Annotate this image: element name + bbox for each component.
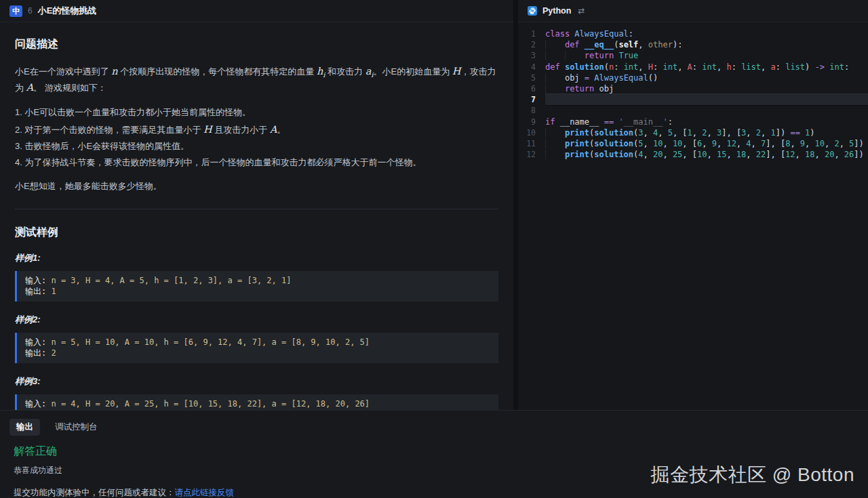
samples-list: 样例1:输入: n = 3, H = 4, A = 5, h = [1, 2, … bbox=[15, 252, 498, 410]
math-variable: hi bbox=[317, 66, 326, 77]
line-number: 4 bbox=[518, 62, 545, 72]
section-title-problem: 问题描述 bbox=[15, 37, 498, 51]
python-icon bbox=[528, 6, 537, 16]
problem-rules: 1. 小E可以击败一个血量和攻击力都小于她当前属性的怪物。2. 对于第一个击败的… bbox=[15, 106, 498, 169]
problem-panel: 中 6 小E的怪物挑战 问题描述 小E在一个游戏中遇到了 n 个按顺序出现的怪物… bbox=[0, 0, 513, 410]
feedback-link[interactable]: 请点此链接反馈 bbox=[175, 488, 235, 497]
line-number: 11 bbox=[518, 139, 545, 148]
problem-number: 6 bbox=[28, 6, 33, 16]
line-number: 6 bbox=[518, 84, 545, 94]
difficulty-badge: 中 bbox=[9, 5, 22, 17]
tab-output[interactable]: 输出 bbox=[9, 419, 40, 436]
problem-question: 小E想知道，她最多能击败多少怪物。 bbox=[15, 180, 498, 193]
code-line-1[interactable]: 1class AlwaysEqual: bbox=[518, 28, 868, 39]
sample-block-2: 输入: n = 5, H = 10, A = 10, h = [6, 9, 12… bbox=[15, 333, 498, 363]
code-line-7[interactable]: 7 bbox=[518, 94, 868, 105]
problem-description-pane[interactable]: 问题描述 小E在一个游戏中遇到了 n 个按顺序出现的怪物，每个怪物都有其特定的血… bbox=[0, 22, 513, 410]
problem-panel-header: 中 6 小E的怪物挑战 bbox=[0, 0, 513, 22]
sample-input-value: n = 4, H = 20, A = 25, h = [10, 15, 18, … bbox=[51, 399, 370, 409]
sample-input-line: 输入: n = 5, H = 10, A = 10, h = [6, 9, 12… bbox=[25, 337, 490, 348]
feedback-text: 提交功能内测体验中，任何问题或者建议： bbox=[14, 488, 175, 497]
sample-input-line: 输入: n = 4, H = 20, A = 25, h = [10, 15, … bbox=[25, 398, 490, 410]
line-number: 3 bbox=[518, 51, 545, 60]
rule-item-1: 1. 小E可以击败一个血量和攻击力都小于她当前属性的怪物。 bbox=[15, 106, 498, 119]
sample-output-line: 输出: 2 bbox=[25, 348, 490, 359]
sample-label-1: 样例1: bbox=[15, 252, 498, 264]
code-line-4[interactable]: 4def solution(n: int, H: int, A: int, h:… bbox=[518, 62, 868, 72]
sample-output-value: 2 bbox=[51, 348, 56, 358]
rule-item-3: 3. 击败怪物后，小E会获得该怪物的属性值。 bbox=[15, 140, 498, 153]
watermark: 掘金技术社区 @ Botton bbox=[651, 462, 854, 488]
code-text: return obj bbox=[545, 83, 868, 94]
sample-output-value: 1 bbox=[51, 287, 56, 296]
line-number: 5 bbox=[518, 73, 545, 83]
code-line-2[interactable]: 2 def __eq__(self, other): bbox=[518, 39, 868, 50]
code-text: print(solution(4, 20, 25, [10, 15, 18, 2… bbox=[545, 149, 868, 160]
code-text: def solution(n: int, H: int, A: int, h: … bbox=[545, 62, 868, 72]
coding-challenge-app: 中 6 小E的怪物挑战 问题描述 小E在一个游戏中遇到了 n 个按顺序出现的怪物… bbox=[0, 0, 868, 498]
code-text: return True bbox=[545, 50, 868, 61]
tab-debug-console[interactable]: 调试控制台 bbox=[48, 419, 104, 436]
sample-block-1: 输入: n = 3, H = 4, A = 5, h = [1, 2, 3], … bbox=[15, 271, 498, 302]
line-number: 12 bbox=[518, 150, 545, 159]
sample-label-3: 样例3: bbox=[15, 375, 498, 388]
sample-input-line: 输入: n = 3, H = 4, A = 5, h = [1, 2, 3], … bbox=[25, 275, 490, 287]
code-editor[interactable]: 1class AlwaysEqual:2 def __eq__(self, ot… bbox=[518, 22, 868, 410]
code-line-9[interactable]: 9if __name__ == '__main__': bbox=[518, 117, 868, 127]
code-line-3[interactable]: 3 return True bbox=[518, 50, 868, 61]
code-text: obj = AlwaysEqual() bbox=[545, 72, 868, 83]
sample-input-value: n = 3, H = 4, A = 5, h = [1, 2, 3], a = … bbox=[51, 276, 291, 285]
line-number: 10 bbox=[518, 128, 545, 138]
sample-input-value: n = 5, H = 10, A = 10, h = [6, 9, 12, 4,… bbox=[51, 337, 370, 347]
code-text: if __name__ == '__main__': bbox=[545, 117, 868, 127]
code-line-11[interactable]: 11 print(solution(5, 10, 10, [6, 9, 12, … bbox=[518, 138, 868, 149]
code-text bbox=[545, 105, 868, 116]
math-variable: A bbox=[26, 82, 33, 93]
sample-block-3: 输入: n = 4, H = 20, A = 25, h = [10, 15, … bbox=[15, 394, 498, 410]
line-number: 2 bbox=[518, 40, 545, 49]
sample-output-label: 输出: bbox=[25, 287, 51, 296]
section-title-samples: 测试样例 bbox=[15, 226, 498, 240]
line-number: 7 bbox=[518, 95, 545, 104]
sample-input-label: 输入: bbox=[25, 276, 51, 285]
code-text: print(solution(3, 4, 5, [1, 2, 3], [3, 2… bbox=[545, 127, 868, 138]
output-panel: 输出调试控制台 解答正确 恭喜成功通过 提交功能内测体验中，任何问题或者建议：请… bbox=[0, 410, 868, 497]
main-split-area: 中 6 小E的怪物挑战 问题描述 小E在一个游戏中遇到了 n 个按顺序出现的怪物… bbox=[0, 0, 868, 410]
sample-output-line: 输出: 1 bbox=[25, 286, 490, 297]
math-variable: H bbox=[203, 124, 212, 135]
rule-item-2: 2. 对于第一个击败的怪物，需要满足其血量小于 H 且攻击力小于 A。 bbox=[15, 123, 498, 137]
rule-item-4: 4. 为了保持战斗节奏，要求击败的怪物序列中，后一个怪物的血量和攻击力都必须严格… bbox=[15, 157, 498, 169]
panel-resize-handle[interactable] bbox=[513, 0, 518, 410]
language-label: Python bbox=[542, 6, 571, 16]
math-variable: H bbox=[452, 66, 461, 77]
switch-language-icon[interactable]: ⇄ bbox=[578, 6, 585, 16]
code-line-12[interactable]: 12 print(solution(4, 20, 25, [10, 15, 18… bbox=[518, 149, 868, 160]
math-variable: n bbox=[111, 66, 117, 77]
code-text: def __eq__(self, other): bbox=[545, 39, 868, 50]
code-line-10[interactable]: 10 print(solution(3, 4, 5, [1, 2, 3], [3… bbox=[518, 127, 868, 138]
problem-intro: 小E在一个游戏中遇到了 n 个按顺序出现的怪物，每个怪物都有其特定的血量 hi … bbox=[15, 64, 498, 96]
code-line-5[interactable]: 5 obj = AlwaysEqual() bbox=[518, 72, 868, 83]
result-status: 解答正确 bbox=[14, 444, 859, 459]
sample-label-2: 样例2: bbox=[15, 314, 498, 326]
code-text: print(solution(5, 10, 10, [6, 9, 12, 4, … bbox=[545, 138, 868, 149]
sample-output-label: 输出: bbox=[25, 348, 51, 358]
sample-input-label: 输入: bbox=[25, 337, 51, 347]
math-variable: ai bbox=[366, 66, 374, 77]
line-number: 8 bbox=[518, 106, 545, 115]
section-divider bbox=[15, 209, 498, 209]
sample-input-label: 输入: bbox=[25, 399, 51, 409]
editor-panel-header: Python ⇄ bbox=[518, 0, 868, 22]
editor-panel: Python ⇄ 1class AlwaysEqual:2 def __eq__… bbox=[518, 0, 868, 410]
code-line-8[interactable]: 8 bbox=[518, 105, 868, 116]
feedback-row: 提交功能内测体验中，任何问题或者建议：请点此链接反馈 bbox=[14, 487, 859, 498]
code-text: class AlwaysEqual: bbox=[545, 28, 868, 39]
output-tabs: 输出调试控制台 bbox=[9, 419, 859, 436]
problem-title: 小E的怪物挑战 bbox=[38, 5, 97, 17]
math-variable: A bbox=[270, 124, 277, 135]
code-text bbox=[545, 94, 868, 105]
code-line-6[interactable]: 6 return obj bbox=[518, 83, 868, 94]
line-number: 9 bbox=[518, 117, 545, 127]
line-number: 1 bbox=[518, 29, 545, 39]
